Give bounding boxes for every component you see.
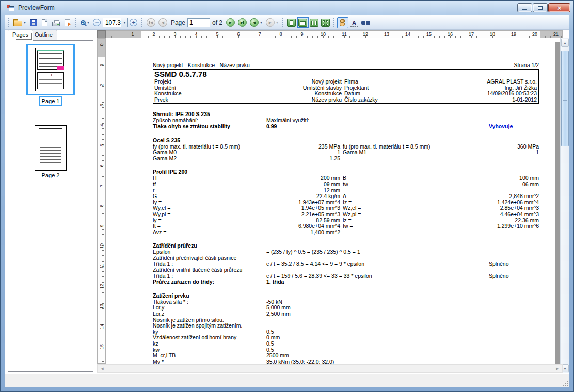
maximize-button[interactable] [533,3,548,12]
ruler-corner [97,30,106,38]
doc-cell: Splněno [489,261,509,267]
document-canvas[interactable]: Nový projekt - Konstrukce - Název prvku … [106,38,563,364]
zoom-level-combo[interactable]: 107.3 ▼ [103,18,128,27]
zoom-out-button[interactable]: − [91,17,103,28]
nav-back-button[interactable]: ◀▼ [248,17,264,28]
nav-forward-button[interactable]: ▶▼ [264,17,280,28]
scroll-up-button[interactable]: ▲ [561,39,569,47]
doc-cell: 0.99 [266,124,277,130]
print-button[interactable] [51,17,62,28]
ruler-number: 1 [99,63,104,66]
page-2-preview [35,125,67,171]
doc-row: Zatřídění vnitřní tlačené části průřezu [153,267,539,273]
doc-row: tf09 mmtw06 mm [153,182,539,188]
find-button[interactable] [360,17,372,28]
tab-outline[interactable]: Outline [30,30,57,40]
page-number-input[interactable] [187,18,210,27]
doc-cell: 09 mm [153,182,340,188]
thumbnail-page-2[interactable] [35,123,67,171]
page-count-label: of 2 [212,19,222,26]
next-page-button[interactable]: ▶ [225,17,236,28]
previous-page-icon: ◀ [158,18,167,27]
tab-pages[interactable]: Pages [8,30,33,41]
thumbnail-label[interactable]: Page 1 [39,96,63,106]
thumbnail-page-1[interactable]: + [26,44,75,95]
toolstrip-grip[interactable] [333,18,336,27]
report-app-title: SSMD 0.5.7.78 [154,70,537,79]
ruler-number: 14 [99,324,104,329]
doc-cell: Umístění stavby [154,85,342,91]
close-icon: × [557,5,562,11]
toolstrip-grip[interactable] [141,18,144,27]
doc-cell: A = [343,193,350,200]
doc-cell: 1-01-2012 [423,97,537,103]
save-button[interactable] [28,17,39,28]
thumbnail-panel: + Page 1 Page 2 [8,40,93,372]
hand-icon [339,19,346,26]
ruler-number: 11 [99,264,104,268]
doc-cell: 1. třída [266,279,284,285]
horizontal-scrollbar[interactable]: ◀ ▶ [97,364,563,373]
last-page-icon: ▶ [238,18,247,27]
horizontal-ruler: 123456789101112131415161718192021 [97,30,563,38]
doc-row: M_cr,LTB2500 mm [153,353,539,359]
doc-cell: Splněno [489,273,509,280]
previous-page-button[interactable]: ◀ [157,17,169,28]
ruler-number: 8 [99,204,104,207]
close-button[interactable]: × [548,3,570,12]
ruler-number: 15 [99,344,104,349]
report-info-box: SSMD 0.5.7.78 ProjektNový projektFirmaAG… [153,69,539,104]
ruler-number: 5 [216,31,218,37]
scroll-left-button[interactable]: ◀ [98,365,106,372]
doc-cell: 35.0 kNm (35.0; -22.0; 32.0) [266,359,334,364]
save-icon [30,19,37,26]
ruler-number: 13 [384,31,389,37]
forward-icon: ▶ [266,18,275,27]
chevron-down-icon: ▼ [276,21,279,24]
first-page-button[interactable]: ◀ [145,17,157,28]
vertical-scrollbar[interactable]: ▲ ▼ [560,38,569,373]
two-pages-icon [310,19,318,27]
vertical-scroll-thumb[interactable] [561,51,569,146]
chevron-down-icon: ▼ [87,21,90,24]
minimize-button[interactable] [517,3,532,12]
zoom-tool-button[interactable]: +▼ [79,17,91,28]
thumbnail-label[interactable]: Page 2 [40,172,62,179]
toolstrip-grip[interactable] [75,18,77,27]
doc-row: Nosník je zatížen spojitým zatížením. [153,323,539,329]
chevron-down-icon: ▼ [260,21,263,24]
whole-page-icon [287,19,296,27]
page-setup-button[interactable] [62,17,73,28]
toolstrip-grip[interactable] [8,18,10,27]
doc-cell: kz [153,341,158,347]
text-select-button[interactable]: A [348,17,360,28]
zoom-in-button[interactable]: + [128,17,139,28]
client-area: ▼ +▼ − 107.3 ▼ + ◀ ◀ Page of 2 ▶ ▶ ◀▼ ▶▼ [5,15,569,387]
scroll-right-button[interactable]: ▶ [553,365,562,372]
doc-cell: 22.4 kg/m [153,193,340,200]
document-page[interactable]: Nový projekt - Konstrukce - Název prvku … [111,42,554,364]
window-title: PreviewForm [18,4,55,11]
ruler-number: 4 [195,31,197,37]
titlebar[interactable]: PreviewForm × [1,1,573,15]
doc-cell: Iw = [343,223,353,230]
page-width-icon [298,19,307,27]
toolstrip-grip[interactable] [282,18,284,27]
doc-cell: Lcr,z [153,311,164,317]
doc-cell: 1 [153,150,340,156]
doc-cell: = (235 / fy) ^ 0.5 = (235 / 235) ^ 0.5 =… [266,249,360,255]
open-button[interactable]: ▼ [12,17,28,28]
doc-row: PrvekNázev prvkuČíslo zakázky1-01-2012 [154,97,537,103]
doc-cell: My * [153,359,164,364]
last-page-button[interactable]: ▶ [236,17,248,28]
two-pages-button[interactable] [309,17,320,28]
whole-page-button[interactable] [286,17,297,28]
next-page-icon: ▶ [226,18,235,27]
doc-cell: Gama M1 [343,150,366,156]
new-document-button[interactable] [39,17,51,28]
preview-form-window: PreviewForm × ▼ +▼ − 107.3 ▼ + ◀ ◀ [0,0,574,392]
hand-tool-button[interactable] [337,17,348,28]
four-pages-button[interactable] [320,17,331,28]
page-width-button[interactable] [297,17,309,28]
resize-grip[interactable] [563,381,568,386]
